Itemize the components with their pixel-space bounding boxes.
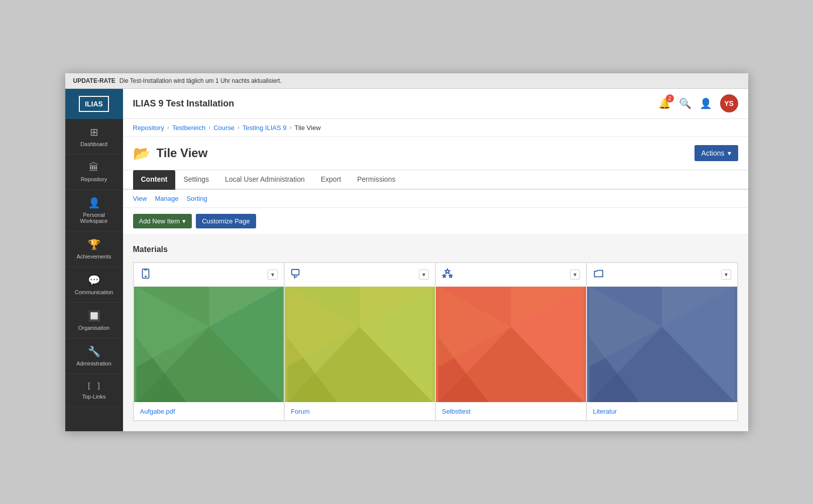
subnav-sorting[interactable]: Sorting [186, 195, 207, 202]
add-new-item-label: Add New Item [139, 217, 180, 225]
svg-point-1 [145, 276, 146, 277]
tile-forum-image [285, 287, 435, 402]
tab-local-user-admin[interactable]: Local User Administration [217, 170, 313, 190]
search-icon: 🔍 [679, 98, 691, 109]
sidebar-item-administration-label: Administration [76, 360, 111, 366]
user-avatar[interactable]: YS [720, 94, 738, 112]
sidebar: ILIAS ⊞ Dashboard 🏛 Repository 👤 Persona… [65, 89, 123, 431]
logo-text: ILIAS [79, 96, 109, 112]
content-area: ILIAS 9 Test Installation 🔔 2 🔍 👤 YS [123, 89, 748, 431]
tile-forum-header: ▾ [285, 263, 435, 287]
tile-literatur-image [587, 287, 737, 402]
breadcrumb-course[interactable]: Course [213, 124, 235, 132]
tile-selbsttest-menu-button[interactable]: ▾ [570, 270, 580, 280]
breadcrumb-testbereich[interactable]: Testbereich [172, 124, 205, 132]
breadcrumb-sep-2: › [208, 124, 210, 131]
svg-rect-9 [292, 269, 299, 275]
breadcrumb-sep-1: › [167, 124, 169, 131]
notification-badge: 2 [666, 94, 674, 102]
tile-selbsttest-name[interactable]: Selbsttest [442, 408, 471, 415]
sidebar-item-top-links[interactable]: [ ] Top-Links [65, 374, 123, 407]
tab-export[interactable]: Export [313, 170, 349, 190]
breadcrumb-testing-ilias9[interactable]: Testing ILIAS 9 [243, 124, 286, 132]
tile-aufgabe-image [134, 287, 284, 402]
materials-section: Materials [133, 245, 738, 421]
dashboard-icon: ⊞ [90, 126, 98, 138]
sidebar-item-repository-label: Repository [81, 176, 107, 182]
tab-settings[interactable]: Settings [175, 170, 217, 190]
communication-icon: 💬 [88, 274, 100, 286]
forum-icon [291, 268, 302, 282]
user-button[interactable]: 👤 [700, 97, 712, 109]
materials-title: Materials [133, 245, 738, 254]
breadcrumb-repository[interactable]: Repository [133, 124, 164, 132]
tab-export-label: Export [321, 175, 341, 183]
update-banner: UPDATE-RATE Die Test-Installation wird t… [65, 73, 748, 89]
tile-aufgabe[interactable]: ▾ [134, 263, 285, 421]
actions-button[interactable]: Actions ▾ [694, 145, 738, 161]
tile-aufgabe-footer: Aufgabe.pdf [134, 402, 284, 420]
sidebar-item-repository[interactable]: 🏛 Repository [65, 155, 123, 190]
user-icon: 👤 [700, 98, 712, 109]
actions-chevron-icon: ▾ [728, 149, 731, 157]
tile-selbsttest-footer: Selbsttest [436, 402, 586, 420]
page-title: Tile View [157, 146, 208, 160]
tile-aufgabe-name[interactable]: Aufgabe.pdf [140, 408, 175, 415]
sidebar-item-dashboard[interactable]: ⊞ Dashboard [65, 119, 123, 155]
sub-nav: View Manage Sorting [123, 190, 748, 208]
breadcrumb-sep-4: › [290, 124, 292, 131]
add-new-item-button[interactable]: Add New Item ▾ [133, 214, 192, 228]
notification-button[interactable]: 🔔 2 [658, 97, 671, 109]
wrench-icon: 🔧 [88, 345, 100, 357]
subnav-view[interactable]: View [133, 195, 147, 202]
page-title-row: 📂 Tile View [133, 145, 208, 162]
sidebar-item-dashboard-label: Dashboard [80, 141, 107, 147]
tile-selbsttest-header: ▾ [436, 263, 586, 287]
folder-icon: 📂 [133, 145, 151, 162]
tile-literatur-header: ▾ [587, 263, 737, 287]
subnav-manage[interactable]: Manage [155, 195, 178, 202]
breadcrumb: Repository › Testbereich › Course › Test… [123, 119, 748, 137]
update-banner-message: Die Test-Installation wird täglich um 1 … [120, 77, 282, 84]
update-banner-label: UPDATE-RATE [73, 77, 115, 84]
sidebar-item-achievements-label: Achievements [76, 254, 111, 260]
tile-literatur-menu-button[interactable]: ▾ [721, 270, 731, 280]
app-logo[interactable]: ILIAS [65, 89, 123, 119]
toolbar: Add New Item ▾ Customize Page [123, 208, 748, 235]
app-title: ILIAS 9 Test Installation [133, 98, 235, 109]
sidebar-item-communication[interactable]: 💬 Communication [65, 267, 123, 303]
tab-content[interactable]: Content [133, 170, 176, 190]
breadcrumb-sep-3: › [238, 124, 240, 131]
tab-content-label: Content [141, 175, 168, 183]
bracket-icon: [ ] [87, 381, 101, 391]
trophy-icon: 🏆 [88, 238, 100, 250]
sidebar-item-personal-workspace-label: Personal Workspace [69, 212, 119, 224]
tile-aufgabe-menu-button[interactable]: ▾ [268, 270, 278, 280]
tile-literatur-name[interactable]: Literatur [593, 408, 617, 415]
tile-forum-name[interactable]: Forum [291, 408, 310, 415]
sidebar-item-achievements[interactable]: 🏆 Achievements [65, 231, 123, 267]
breadcrumb-current: Tile View [295, 124, 321, 132]
sidebar-item-personal-workspace[interactable]: 👤 Personal Workspace [65, 190, 123, 231]
tile-forum-footer: Forum [285, 402, 435, 420]
tabs-bar: Content Settings Local User Administrati… [123, 170, 748, 190]
page-header: 📂 Tile View Actions ▾ [123, 137, 748, 170]
app-header: ILIAS 9 Test Installation 🔔 2 🔍 👤 YS [123, 89, 748, 119]
tile-forum[interactable]: ▾ [284, 263, 435, 421]
sidebar-item-top-links-label: Top-Links [82, 394, 105, 400]
tab-settings-label: Settings [183, 175, 209, 183]
tile-literatur[interactable]: ▾ [587, 263, 738, 421]
customize-page-button[interactable]: Customize Page [196, 214, 256, 228]
search-button[interactable]: 🔍 [679, 97, 691, 109]
main-content: Materials [123, 235, 748, 431]
tile-selbsttest[interactable]: ▾ [435, 263, 587, 421]
tab-permissions[interactable]: Permissions [349, 170, 403, 190]
sidebar-item-organisation[interactable]: 🔲 Organisation [65, 303, 123, 338]
sidebar-item-organisation-label: Organisation [78, 325, 109, 331]
tile-forum-menu-button[interactable]: ▾ [419, 270, 429, 280]
tiles-grid: ▾ [133, 262, 738, 421]
person-icon: 👤 [88, 197, 100, 209]
sidebar-item-administration[interactable]: 🔧 Administration [65, 338, 123, 374]
repository-icon: 🏛 [89, 162, 99, 173]
tablet-icon [140, 268, 151, 282]
